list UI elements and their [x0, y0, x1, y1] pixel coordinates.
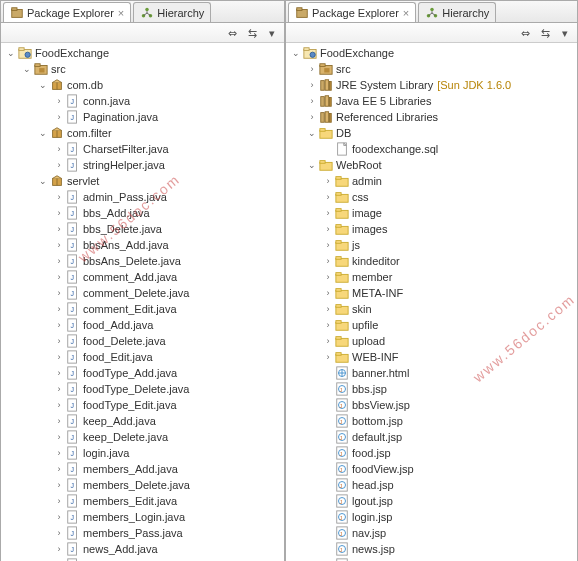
tree-node[interactable]: ›JCharsetFilter.java [1, 141, 284, 157]
tree-node[interactable]: ⌄FoodExchange [286, 45, 577, 61]
expand-collapse-icon[interactable]: › [53, 381, 65, 397]
expand-collapse-icon[interactable]: › [322, 173, 334, 189]
tree-node[interactable]: ›Jmembers_Login.java [1, 509, 284, 525]
expand-collapse-icon[interactable]: › [53, 237, 65, 253]
collapse-all-button[interactable]: ⇔ [224, 25, 240, 41]
tree-node[interactable]: ›image [286, 205, 577, 221]
expand-collapse-icon[interactable]: › [53, 317, 65, 333]
tree-node[interactable]: ›Jconn.java [1, 93, 284, 109]
tree-node[interactable]: Jfood.jsp [286, 445, 577, 461]
tree-node[interactable]: ›upload [286, 333, 577, 349]
tree-node[interactable]: ›Referenced Libraries [286, 109, 577, 125]
view-menu-button[interactable]: ▾ [264, 25, 280, 41]
expand-collapse-icon[interactable]: › [322, 349, 334, 365]
expand-collapse-icon[interactable]: ⌄ [37, 125, 49, 141]
expand-collapse-icon[interactable]: ⌄ [290, 45, 302, 61]
tree-node[interactable]: Jlgout.jsp [286, 493, 577, 509]
expand-collapse-icon[interactable]: › [53, 269, 65, 285]
tree-node[interactable]: ›Jfood_Add.java [1, 317, 284, 333]
tab-package-explorer[interactable]: Package Explorer × [288, 2, 416, 22]
tree-node[interactable]: ⌄com.db [1, 77, 284, 93]
tree-node[interactable]: ›JPagination.java [1, 109, 284, 125]
expand-collapse-icon[interactable]: › [53, 493, 65, 509]
expand-collapse-icon[interactable]: › [53, 445, 65, 461]
tree-node[interactable]: ⌄src [1, 61, 284, 77]
tree-node[interactable]: ›js [286, 237, 577, 253]
expand-collapse-icon[interactable]: › [322, 237, 334, 253]
tab-hierarchy[interactable]: Hierarchy [133, 2, 211, 22]
expand-collapse-icon[interactable]: › [322, 253, 334, 269]
tree-node[interactable]: Jlogin.jsp [286, 509, 577, 525]
tree-node[interactable]: ›Jnews_Delete.java [1, 557, 284, 561]
expand-collapse-icon[interactable]: › [53, 509, 65, 525]
tree-node[interactable]: banner.html [286, 365, 577, 381]
tree-node[interactable]: ⌄com.filter [1, 125, 284, 141]
tree-node[interactable]: ›Jfood_Delete.java [1, 333, 284, 349]
expand-collapse-icon[interactable]: › [53, 413, 65, 429]
tree-node[interactable]: ›Jfood_Edit.java [1, 349, 284, 365]
expand-collapse-icon[interactable]: › [322, 285, 334, 301]
tree-node[interactable]: ›WEB-INF [286, 349, 577, 365]
tree-node[interactable]: JnewsView.jsp [286, 557, 577, 561]
tree-node[interactable]: ›JbbsAns_Delete.java [1, 253, 284, 269]
link-editor-button[interactable]: ⇆ [537, 25, 553, 41]
tree-node[interactable]: ›META-INF [286, 285, 577, 301]
expand-collapse-icon[interactable]: › [53, 221, 65, 237]
expand-collapse-icon[interactable]: ⌄ [37, 77, 49, 93]
tree-node[interactable]: ›Jbbs_Delete.java [1, 221, 284, 237]
close-icon[interactable]: × [403, 7, 409, 19]
expand-collapse-icon[interactable]: › [53, 349, 65, 365]
tree-node[interactable]: ›JRE System Library[Sun JDK 1.6.0 [286, 77, 577, 93]
tree-node[interactable]: ›Jcomment_Edit.java [1, 301, 284, 317]
tree-node[interactable]: Jnews.jsp [286, 541, 577, 557]
expand-collapse-icon[interactable]: ⌄ [5, 45, 17, 61]
view-menu-button[interactable]: ▾ [557, 25, 573, 41]
tree-node[interactable]: ›kindeditor [286, 253, 577, 269]
tree-node[interactable]: ⌄WebRoot [286, 157, 577, 173]
expand-collapse-icon[interactable]: › [306, 61, 318, 77]
tree-node[interactable]: ›JfoodType_Edit.java [1, 397, 284, 413]
tree-node[interactable]: foodexchange.sql [286, 141, 577, 157]
expand-collapse-icon[interactable]: ⌄ [37, 173, 49, 189]
tab-hierarchy[interactable]: Hierarchy [418, 2, 496, 22]
expand-collapse-icon[interactable]: ⌄ [306, 157, 318, 173]
expand-collapse-icon[interactable]: › [53, 141, 65, 157]
package-explorer-tree[interactable]: ⌄FoodExchange⌄src⌄com.db›Jconn.java›JPag… [1, 43, 284, 561]
expand-collapse-icon[interactable]: › [306, 93, 318, 109]
expand-collapse-icon[interactable]: › [322, 205, 334, 221]
tree-node[interactable]: ›src [286, 61, 577, 77]
expand-collapse-icon[interactable]: › [322, 301, 334, 317]
package-explorer-tree[interactable]: ⌄FoodExchange›src›JRE System Library[Sun… [286, 43, 577, 561]
tree-node[interactable]: ›JfoodType_Add.java [1, 365, 284, 381]
tree-node[interactable]: ›Jmembers_Pass.java [1, 525, 284, 541]
tree-node[interactable]: ›member [286, 269, 577, 285]
expand-collapse-icon[interactable]: › [53, 157, 65, 173]
expand-collapse-icon[interactable]: › [53, 525, 65, 541]
expand-collapse-icon[interactable]: › [53, 461, 65, 477]
expand-collapse-icon[interactable]: ⌄ [21, 61, 33, 77]
expand-collapse-icon[interactable]: › [306, 109, 318, 125]
tree-node[interactable]: ›Jmembers_Add.java [1, 461, 284, 477]
expand-collapse-icon[interactable]: › [53, 397, 65, 413]
tree-node[interactable]: ›Jkeep_Add.java [1, 413, 284, 429]
close-icon[interactable]: × [118, 7, 124, 19]
tree-node[interactable]: ›JstringHelper.java [1, 157, 284, 173]
expand-collapse-icon[interactable]: ⌄ [306, 125, 318, 141]
expand-collapse-icon[interactable]: › [53, 205, 65, 221]
tab-package-explorer[interactable]: Package Explorer × [3, 2, 131, 22]
tree-node[interactable]: ›skin [286, 301, 577, 317]
tree-node[interactable]: ›Jlogin.java [1, 445, 284, 461]
tree-node[interactable]: Jhead.jsp [286, 477, 577, 493]
tree-node[interactable]: ›JbbsAns_Add.java [1, 237, 284, 253]
tree-node[interactable]: ›Jmembers_Edit.java [1, 493, 284, 509]
expand-collapse-icon[interactable]: › [53, 541, 65, 557]
tree-node[interactable]: ›Jkeep_Delete.java [1, 429, 284, 445]
expand-collapse-icon[interactable]: › [53, 93, 65, 109]
tree-node[interactable]: ›Java EE 5 Libraries [286, 93, 577, 109]
expand-collapse-icon[interactable]: › [53, 253, 65, 269]
expand-collapse-icon[interactable]: › [306, 77, 318, 93]
tree-node[interactable]: ›images [286, 221, 577, 237]
tree-node[interactable]: ›Jcomment_Add.java [1, 269, 284, 285]
tree-node[interactable]: ›admin [286, 173, 577, 189]
expand-collapse-icon[interactable]: › [322, 269, 334, 285]
